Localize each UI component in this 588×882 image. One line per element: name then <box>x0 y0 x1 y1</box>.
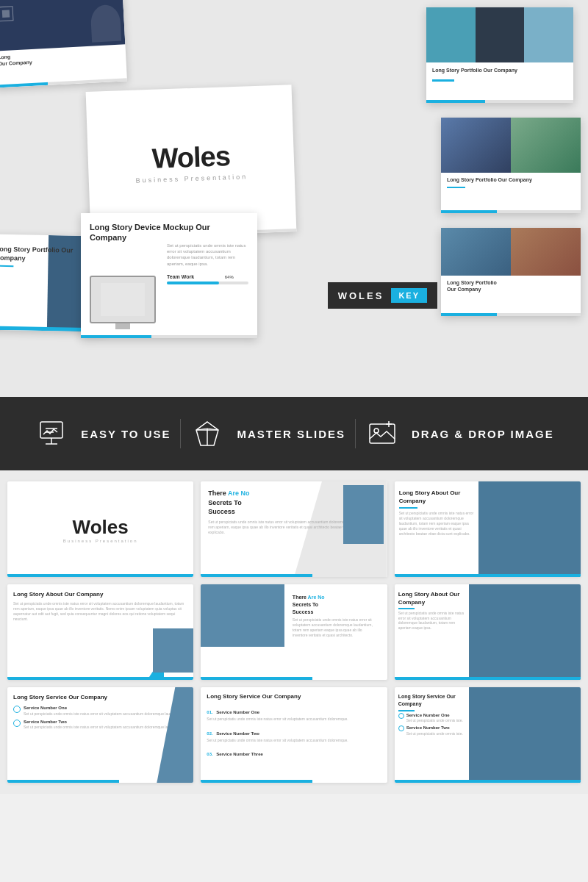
device-desc: Set ut perspiciatis unde omnis iste natu… <box>167 243 248 285</box>
grid-slide-long-about: Long Story About Our Company Set ut pers… <box>7 584 193 680</box>
blue-bar <box>7 574 193 577</box>
grid-slide-secrets2: There Are NoSecrets ToSuccess Set ut per… <box>201 584 387 680</box>
blue-accent-bar <box>426 100 573 103</box>
blue-accent-bar <box>441 313 581 316</box>
blue-bar <box>395 677 581 680</box>
service-num-item-2: 02. Service Number Two Set ut perspiciat… <box>207 725 381 743</box>
service-name-1: Service Number One <box>24 705 184 711</box>
accent-line <box>0 265 13 267</box>
woles-title: Woles <box>73 516 129 539</box>
secrets2-body: Set ut perspiciatis unde omnis iste natu… <box>293 617 378 638</box>
slide-image <box>426 7 573 62</box>
accent-bar <box>399 507 417 509</box>
service-num-body-1: Set ut perspiciatis unde omnis iste natu… <box>207 717 381 722</box>
blue-accent-bar <box>0 78 127 87</box>
service-text-2: Service Number Two Set ut perspiciatis u… <box>24 719 184 730</box>
divider <box>180 419 181 448</box>
device-title: Long Story Device Mockup Our Company <box>90 222 248 243</box>
service-img-item-1: Service Number One Set ut perspiciatis u… <box>398 713 465 723</box>
service-num-3: 03. <box>207 752 212 756</box>
blue-bar <box>395 780 581 783</box>
key-brand: WOLES <box>338 290 392 301</box>
long-about-title: Long Story About Our Company <box>13 590 187 598</box>
grid-slide-service-num: Long Story Service Our Company 01. Servi… <box>201 687 387 783</box>
service-num-1: 01. <box>207 710 212 714</box>
accent-bar <box>398 710 415 711</box>
preview-section: LongOur Company Woles Business Presentat… <box>0 0 588 397</box>
service-item-1: Service Number One Set ut perspiciatis u… <box>13 705 187 716</box>
blue-bar <box>201 677 312 680</box>
heading-text: There Are NoSecrets ToSuccess <box>208 490 249 515</box>
service-num-name-2: Service Number Two <box>216 731 259 736</box>
long-story-title: Long Story About Our Company <box>399 489 474 505</box>
service-img-photo <box>469 687 581 783</box>
long-story-image <box>478 481 581 577</box>
service-body-1: Set ut perspiciatis unde omnis iste natu… <box>24 711 184 716</box>
grid-slide-woles: Woles Business Presentation <box>7 481 193 577</box>
service-body-2: Set ut perspiciatis unde omnis iste natu… <box>24 725 184 729</box>
monitor-icon <box>90 276 156 323</box>
service-num-name-1: Service Number One <box>216 710 259 714</box>
service-num-item-1: 01. Service Number One Set ut perspiciat… <box>207 703 381 722</box>
service-dot <box>398 713 404 719</box>
slide-card-top-right: Long Story Portfolio Our Company <box>426 7 573 103</box>
progress-label: Team Work <box>167 274 194 279</box>
slide-image <box>441 118 581 173</box>
long-story-content: Long Story About Our Company Set ut pers… <box>395 481 478 577</box>
service-item-2: Service Number Two Set ut perspiciatis u… <box>13 719 187 730</box>
easy-to-use-label: EASY TO USE <box>81 428 171 440</box>
image-icon <box>365 416 400 451</box>
service-title: Long Story Service Our Company <box>13 693 187 701</box>
blue-bar <box>201 780 312 783</box>
divider <box>355 419 356 448</box>
progress-value: 64% <box>225 275 234 279</box>
diamond-icon <box>190 416 225 451</box>
long-about2-title: Long Story About Our Company <box>398 590 465 606</box>
secrets2-heading: There Are NoSecrets ToSuccess <box>293 594 378 615</box>
service-img-item-2: Service Number Two Set ut perspiciatis u… <box>398 725 465 736</box>
svg-rect-9 <box>370 424 395 443</box>
secrets2-image <box>201 584 284 647</box>
feature-easy-to-use: EASY TO USE <box>34 416 171 451</box>
blue-bar <box>201 574 312 577</box>
blue-bar <box>7 677 193 680</box>
slide-image <box>0 0 125 51</box>
master-slides-label: MASTER SLIDES <box>237 428 345 440</box>
slide-image <box>441 228 581 276</box>
long-about2-content: Long Story About Our Company Set ut pers… <box>395 584 469 680</box>
slides-grid: Woles Business Presentation There Are No… <box>0 470 588 794</box>
service-img-name-1: Service Number One <box>406 713 463 719</box>
secrets-image <box>343 485 384 544</box>
service-num-name-3: Service Number Three <box>216 752 263 756</box>
slide-card-top-left: LongOur Company <box>0 0 127 88</box>
blue-bar <box>395 574 581 577</box>
service-img-name-2: Service Number Two <box>406 725 463 731</box>
accent-text: Are No <box>308 595 325 600</box>
service-dot <box>13 720 21 727</box>
brand-title: Woles <box>151 140 231 175</box>
accent-line <box>432 79 454 82</box>
presentation-icon <box>34 416 69 451</box>
service-img-text-2: Service Number Two Set ut perspiciatis u… <box>406 725 463 736</box>
accent-bar <box>398 608 415 609</box>
grid-slide-service: Long Story Service Our Company Service N… <box>7 687 193 783</box>
svg-rect-0 <box>40 422 62 438</box>
grid-slide-secrets: There Are NoSecrets ToSuccess Set ut per… <box>201 481 387 577</box>
woles-subtitle: Business Presentation <box>63 539 138 543</box>
long-about-image <box>153 628 193 673</box>
drag-drop-label: DRAG & DROP IMAGE <box>412 428 554 440</box>
slide-card-right-bottom: Long Story PortfolioOur Company <box>441 228 581 316</box>
service-num-2: 02. <box>207 731 212 736</box>
service-image <box>157 687 193 783</box>
grid-slide-service-img: Long Story Service Our Company Service N… <box>395 687 581 783</box>
long-about2-image <box>469 584 581 680</box>
service-img-text-1: Service Number One Set ut perspiciatis u… <box>406 713 463 723</box>
service-img-body-1: Set ut perspiciatis unde omnis iste. <box>406 718 463 723</box>
key-label: KEY <box>391 288 427 303</box>
service-img-body-2: Set ut perspiciatis unde omnis iste. <box>406 731 463 736</box>
card-label: Long Story Portfolio Our Company <box>426 62 573 78</box>
woles-key-badge: WOLES KEY <box>328 282 437 309</box>
feature-master-slides: MASTER SLIDES <box>190 416 345 451</box>
blue-accent-bar <box>81 335 257 338</box>
accent-line <box>447 187 465 188</box>
